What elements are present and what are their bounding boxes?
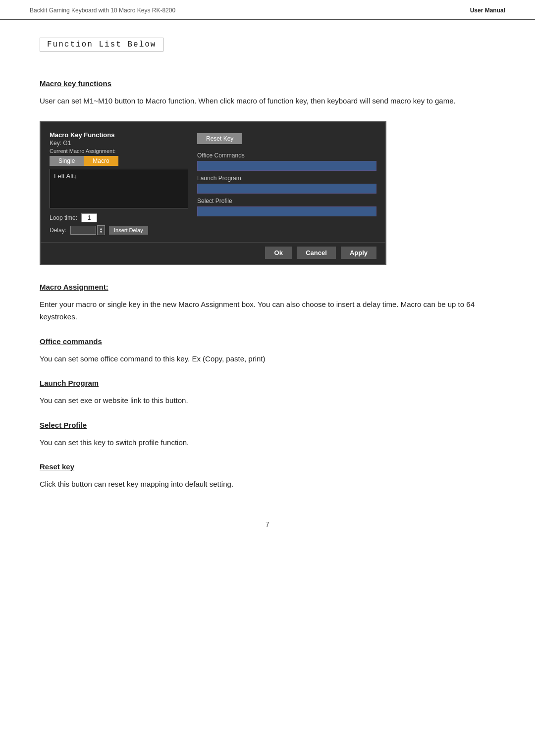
heading-macro-assignment: Macro Assignment: (40, 283, 495, 291)
macro-content: Left Alt↓ (54, 172, 77, 180)
select-profile-label: Select Profile (197, 198, 376, 204)
body-macro-key-functions: User can set M1~M10 button to Macro func… (40, 95, 495, 107)
dialog-footer: Ok Cancel Apply (41, 242, 385, 264)
reset-key-button[interactable]: Reset Key (197, 133, 242, 144)
heading-launch-program: Launch Program (40, 379, 495, 387)
main-content: Function List Below Macro key functions … (0, 20, 535, 558)
key-label: Key: (50, 140, 61, 147)
heading-office-commands: Office commands (40, 337, 495, 346)
assignment-label: Current Macro Assignment: (50, 148, 188, 154)
body-reset-key: Click this button can reset key mapping … (40, 478, 495, 491)
tab-row: Single Macro (50, 156, 188, 166)
delay-spinner[interactable]: ▲ ▼ (97, 225, 105, 235)
section-title: Function List Below (40, 38, 163, 51)
dialog-right-panel: Reset Key Office Commands Launch Program… (197, 131, 376, 235)
body-office-commands: You can set some office command to this … (40, 353, 495, 365)
body-launch-program: You can set exe or website link to this … (40, 394, 495, 407)
dialog-title: Macro Key Functions (50, 131, 188, 139)
tab-macro[interactable]: Macro (84, 156, 118, 166)
macro-key-dialog: Macro Key Functions Key: G1 Current Macr… (40, 121, 386, 265)
cancel-button[interactable]: Cancel (297, 247, 336, 259)
loop-input[interactable] (81, 213, 97, 222)
dialog-key-row: Key: G1 (50, 140, 188, 147)
header-right: User Manual (470, 7, 505, 14)
page-header: Backlit Gaming Keyboard with 10 Macro Ke… (0, 0, 535, 20)
apply-button[interactable]: Apply (341, 247, 376, 259)
spinner-down-icon[interactable]: ▼ (100, 230, 103, 234)
launch-program-input[interactable] (197, 184, 376, 194)
tab-single[interactable]: Single (50, 156, 84, 166)
heading-macro-key-functions: Macro key functions (40, 79, 495, 88)
loop-row: Loop time: (50, 213, 188, 222)
ok-button[interactable]: Ok (265, 247, 292, 259)
launch-program-label: Launch Program (197, 175, 376, 182)
macro-input-area[interactable]: Left Alt↓ (50, 169, 188, 208)
insert-delay-button[interactable]: Insert Delay (109, 226, 148, 235)
delay-row: Delay: ▲ ▼ Insert Delay (50, 225, 188, 235)
delay-input[interactable] (70, 226, 96, 235)
delay-label: Delay: (50, 227, 66, 234)
dialog-left-panel: Macro Key Functions Key: G1 Current Macr… (50, 131, 188, 235)
spinner-up-icon[interactable]: ▲ (100, 227, 103, 230)
office-commands-input[interactable] (197, 161, 376, 171)
heading-reset-key: Reset key (40, 462, 495, 471)
body-macro-assignment: Enter your macro or single key in the ne… (40, 298, 495, 323)
body-select-profile: You can set this key to switch profile f… (40, 436, 495, 449)
header-left: Backlit Gaming Keyboard with 10 Macro Ke… (30, 7, 175, 14)
loop-label: Loop time: (50, 214, 77, 221)
select-profile-input[interactable] (197, 206, 376, 216)
heading-select-profile: Select Profile (40, 421, 495, 429)
page-number: 7 (40, 520, 495, 528)
office-commands-label: Office Commands (197, 152, 376, 159)
key-value: G1 (63, 140, 71, 147)
